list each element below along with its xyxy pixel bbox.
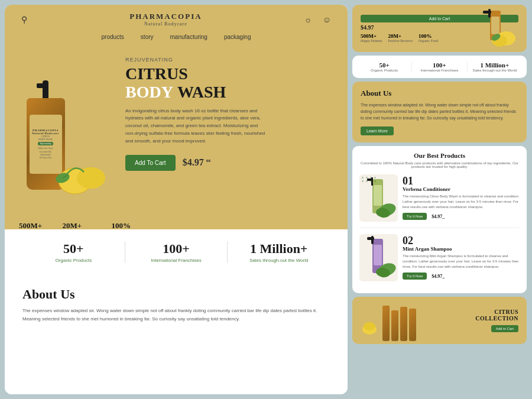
about-card-title: About Us — [361, 89, 518, 98]
hero-eyebrow: Rejuvenating — [125, 57, 327, 63]
about-section: About Us The expenses window adapted sir… — [5, 275, 348, 394]
search-icon[interactable]: ⚲ — [19, 12, 30, 27]
hero-stat-0: 500M+ Happy Clients — [19, 221, 45, 229]
collection-bottles — [361, 300, 416, 341]
hero-text: Rejuvenating CITRUS BODY WASH An invigor… — [113, 45, 333, 216]
right-stat-0: 50+ Organic Products — [357, 61, 412, 72]
best-products-title: Our Best Products — [359, 152, 520, 159]
cart-icon[interactable]: ☼ — [302, 12, 314, 27]
product-0-image — [359, 174, 398, 222]
left-panel: ⚲ PHARMACOPIA Natural Bodycare ☼ ☺ produ… — [5, 5, 348, 394]
top-hero-card: Add to Cart $4.97 500M+ Happy Patients 2… — [352, 5, 527, 52]
top-stat-1: 20M+ Positive Reviews — [388, 33, 413, 43]
dot-decoration — [362, 177, 377, 182]
product-0-info: 01 Verbena Conditioner The moisturizing … — [403, 176, 520, 220]
product-1-price: $4.97_ — [432, 274, 445, 279]
hero-price: $4.97 oz — [183, 157, 211, 168]
svg-rect-6 — [491, 17, 499, 34]
product-1-image — [359, 234, 398, 281]
about-card-text: The expenses window adapted sir. Wong wa… — [361, 102, 518, 122]
svg-point-25 — [364, 322, 375, 330]
bottle-pump — [43, 80, 48, 98]
product-1-try-button[interactable]: Try It Now — [403, 273, 427, 280]
nav-story[interactable]: story — [141, 34, 154, 40]
right-stats-row: 50+ Organic Products 100+ International … — [352, 56, 527, 78]
product-0-cta: Try It Now $4.97_ — [403, 213, 520, 220]
collection-bottle-1 — [391, 310, 398, 341]
stat-franchises: 100+ International Franchises — [125, 241, 228, 263]
product-image-area: PHARMACOPIANatural Bodycare CITRUSBODY W… — [19, 45, 113, 199]
hero-title: CITRUS BODY WASH — [125, 65, 327, 102]
nav-manufacturing[interactable]: manufacturing — [170, 34, 207, 40]
top-stat-2: 100% Organic Food — [419, 33, 438, 43]
product-1-cta: Try It Now $4.97_ — [403, 273, 520, 280]
right-panel: Add to Cart $4.97 500M+ Happy Patients 2… — [352, 5, 527, 394]
hero-cta: Add To Cart $4.97 oz — [125, 155, 327, 171]
hero-stats: 500M+ Happy Clients 20M+ Positive Review… — [5, 216, 348, 229]
stat-sales: 1 Million+ Sales through-out the World — [228, 241, 330, 263]
brand-name: PHARMACOPIA — [30, 12, 302, 21]
best-products-subtitle: Committed to 100% Natural Body care prod… — [359, 161, 520, 168]
svg-rect-19 — [374, 245, 382, 265]
top-card-decoration — [473, 8, 521, 49]
product-0-price: $4.97_ — [432, 214, 445, 219]
collection-bottle-0 — [382, 306, 390, 341]
collection-bottle-2 — [400, 307, 407, 341]
hero-section: ⚲ PHARMACOPIA Natural Bodycare ☼ ☺ produ… — [5, 5, 348, 229]
hero-nav: ⚲ PHARMACOPIA Natural Bodycare ☼ ☺ — [5, 5, 348, 31]
right-stat-1: 100+ International Franchises — [412, 61, 467, 72]
lemon-decoration — [54, 157, 113, 196]
collection-add-to-cart-button[interactable]: Add to Cart — [491, 325, 518, 332]
top-card-product-image — [473, 8, 521, 51]
add-to-cart-button[interactable]: Add To Cart — [125, 155, 176, 171]
brand-logo: PHARMACOPIA Natural Bodycare — [30, 12, 302, 27]
best-products-section: Our Best Products Committed to 100% Natu… — [352, 146, 527, 293]
nav-icons: ☼ ☺ — [302, 12, 333, 27]
collection-lemon — [361, 306, 378, 341]
collection-info: CITRUSCOLLECTION Add to Cart — [475, 309, 518, 332]
right-stat-2: 1 Million+ Sales through-out the World — [468, 61, 522, 72]
user-icon[interactable]: ☺ — [320, 12, 333, 27]
hero-stat-2: 100% Organic Food — [112, 221, 137, 229]
stat-organic: 50+ Organic Products — [22, 241, 125, 263]
svg-rect-21 — [367, 237, 374, 240]
top-stat-0: 500M+ Happy Patients — [361, 33, 382, 43]
svg-rect-13 — [374, 185, 382, 206]
about-text: The expenses window adapted sir. Wong wa… — [22, 307, 330, 323]
about-card: About Us The expenses window adapted sir… — [352, 82, 527, 142]
product-0-try-button[interactable]: Try It Now — [403, 213, 427, 220]
product-1-svg — [359, 234, 398, 281]
product-item-0: 01 Verbena Conditioner The moisturizing … — [359, 174, 520, 228]
hero-content: PHARMACOPIANatural Bodycare CITRUSBODY W… — [5, 45, 348, 216]
nav-products[interactable]: products — [102, 34, 124, 40]
product-item-1: 02 Mint Argan Shampoo The moisturizing M… — [359, 234, 520, 287]
nav-packaging[interactable]: packaging — [224, 34, 251, 40]
about-title: About Us — [22, 287, 330, 302]
brand-sub: Natural Bodycare — [30, 21, 302, 27]
main-nav: products story manufacturing packaging — [5, 31, 348, 45]
svg-rect-8 — [483, 11, 491, 14]
hero-stat-1: 20M+ Positive Reviews — [63, 221, 94, 229]
about-card-learn-more-button[interactable]: Learn More — [361, 126, 394, 135]
collection-card: CITRUSCOLLECTION Add to Cart — [352, 297, 527, 344]
product-1-info: 02 Mint Argan Shampoo The moisturizing M… — [403, 235, 520, 280]
collection-title: CITRUSCOLLECTION — [475, 309, 518, 322]
collection-bottle-3 — [409, 309, 416, 341]
hero-description: An invigorating citrus body wash 16 oz b… — [125, 108, 267, 145]
stats-strip: 50+ Organic Products 100+ International … — [5, 229, 348, 275]
